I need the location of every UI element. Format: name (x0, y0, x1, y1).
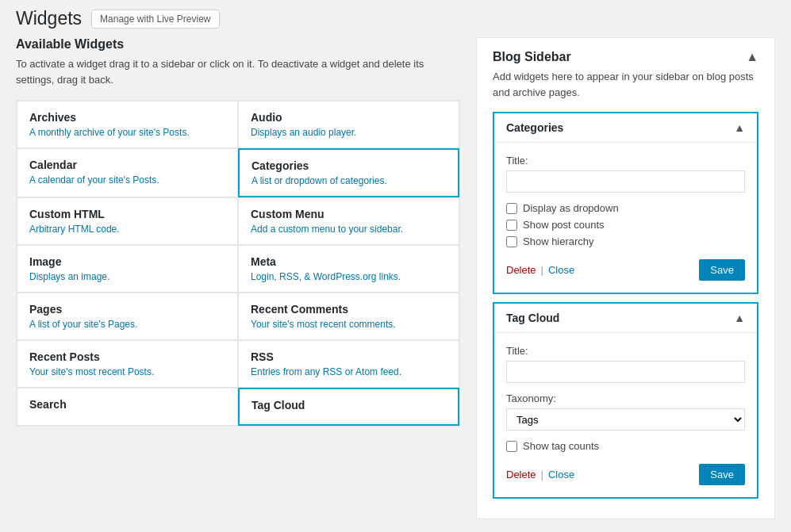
categories-widget-actions: Delete | Close Save (506, 259, 745, 281)
sidebar-collapse-button[interactable]: ▲ (746, 50, 758, 64)
widget-cell-recent-posts[interactable]: Recent PostsYour site's most recent Post… (17, 340, 238, 388)
display-dropdown-checkbox-item[interactable]: Display as dropdown (506, 202, 745, 214)
widget-name-recent-comments: Recent Comments (251, 303, 447, 316)
widget-name-calendar: Calendar (29, 159, 225, 171)
widget-cell-meta[interactable]: MetaLogin, RSS, & WordPress.org links. (238, 245, 459, 293)
widgets-area: Categories ▲ Title: Display as dropdown (493, 112, 758, 507)
widget-desc-pages: A list of your site's Pages. (29, 319, 225, 330)
tag-cloud-separator: | (541, 469, 543, 480)
widget-desc-audio: Displays an audio player. (251, 127, 447, 138)
widget-name-categories: Categories (252, 159, 446, 172)
categories-delete-link[interactable]: Delete (506, 264, 536, 276)
page-title: Widgets (16, 8, 82, 29)
widget-name-meta: Meta (251, 255, 447, 268)
show-hierarchy-label: Show hierarchy (523, 235, 594, 247)
widget-cell-custom-menu[interactable]: Custom MenuAdd a custom menu to your sid… (238, 197, 459, 245)
tag-cloud-action-links: Delete | Close (506, 469, 574, 480)
available-widgets-title: Available Widgets (16, 37, 460, 52)
widget-desc-categories: A list or dropdown of categories. (252, 175, 446, 186)
tag-cloud-widget-body: Title: Taxonomy: TagsCategoriesPost Form… (494, 333, 757, 497)
sidebar-panel-title: Blog Sidebar (493, 50, 571, 64)
widget-cell-tag-cloud[interactable]: Tag Cloud (238, 388, 459, 426)
categories-title-label: Title: (506, 155, 745, 166)
available-widgets-panel: Available Widgets To activate a widget d… (16, 37, 460, 519)
widget-cell-recent-comments[interactable]: Recent CommentsYour site's most recent c… (238, 293, 459, 340)
blog-sidebar-panel: Blog Sidebar ▲ Add widgets here to appea… (476, 37, 775, 519)
categories-title-input[interactable] (506, 170, 745, 193)
show-tag-counts-label: Show tag counts (523, 440, 599, 452)
available-widgets-desc: To activate a widget drag it to a sideba… (16, 56, 460, 87)
widget-cell-pages[interactable]: PagesA list of your site's Pages. (17, 293, 238, 340)
categories-save-button[interactable]: Save (699, 259, 745, 281)
widget-name-custom-html: Custom HTML (29, 208, 225, 220)
widget-name-custom-menu: Custom Menu (251, 208, 447, 220)
categories-widget-title: Categories (506, 121, 563, 134)
categories-widget: Categories ▲ Title: Display as dropdown (493, 112, 758, 294)
widget-cell-categories[interactable]: CategoriesA list or dropdown of categori… (238, 148, 459, 197)
tag-cloud-widget-title: Tag Cloud (506, 312, 559, 324)
widget-desc-archives: A monthly archive of your site's Posts. (29, 127, 225, 138)
widget-cell-calendar[interactable]: CalendarA calendar of your site's Posts. (17, 148, 238, 197)
taxonomy-label: Taxonomy: (506, 392, 745, 404)
tag-cloud-close-link[interactable]: Close (548, 469, 574, 480)
show-hierarchy-checkbox[interactable] (506, 236, 517, 247)
widget-name-pages: Pages (29, 303, 225, 316)
widget-cell-rss[interactable]: RSSEntries from any RSS or Atom feed. (238, 340, 459, 388)
page-header: Widgets Manage with Live Preview (0, 0, 791, 37)
widget-desc-recent-posts: Your site's most recent Posts. (29, 366, 225, 377)
categories-separator: | (541, 264, 543, 276)
main-content: Available Widgets To activate a widget d… (0, 37, 791, 532)
widget-name-tag-cloud: Tag Cloud (252, 399, 446, 411)
tag-cloud-widget: Tag Cloud ▲ Title: Taxonomy: TagsCategor… (493, 302, 758, 499)
tag-cloud-widget-toggle[interactable]: ▲ (734, 312, 745, 324)
widget-cell-custom-html[interactable]: Custom HTMLArbitrary HTML code. (17, 197, 238, 245)
tag-cloud-widget-actions: Delete | Close Save (506, 464, 745, 485)
widget-cell-archives[interactable]: ArchivesA monthly archive of your site's… (17, 101, 238, 148)
categories-close-link[interactable]: Close (548, 264, 574, 276)
widget-desc-image: Displays an image. (29, 271, 225, 282)
show-tag-counts-checkbox-item[interactable]: Show tag counts (506, 440, 745, 452)
widget-name-rss: RSS (251, 350, 447, 363)
tag-cloud-title-input[interactable] (506, 361, 745, 383)
widget-desc-custom-menu: Add a custom menu to your sidebar. (251, 224, 447, 235)
taxonomy-select[interactable]: TagsCategoriesPost Formats (506, 408, 745, 431)
categories-widget-header: Categories ▲ (494, 113, 757, 143)
widget-desc-custom-html: Arbitrary HTML code. (29, 224, 225, 235)
widget-desc-recent-comments: Your site's most recent comments. (251, 319, 447, 330)
widget-name-image: Image (29, 255, 225, 268)
widget-desc-calendar: A calendar of your site's Posts. (29, 174, 225, 186)
categories-widget-toggle[interactable]: ▲ (734, 121, 745, 134)
widget-name-audio: Audio (251, 111, 447, 124)
widget-desc-meta: Login, RSS, & WordPress.org links. (251, 271, 447, 282)
display-dropdown-label: Display as dropdown (523, 202, 619, 214)
show-post-counts-checkbox-item[interactable]: Show post counts (506, 219, 745, 231)
show-tag-counts-checkbox[interactable] (506, 441, 517, 452)
widget-name-archives: Archives (29, 111, 225, 124)
show-post-counts-checkbox[interactable] (506, 220, 517, 231)
tag-cloud-delete-link[interactable]: Delete (506, 469, 536, 480)
tag-cloud-save-button[interactable]: Save (699, 464, 745, 485)
tag-cloud-widget-header: Tag Cloud ▲ (494, 304, 757, 333)
categories-checkbox-group: Display as dropdown Show post counts Sho… (506, 202, 745, 247)
widget-name-recent-posts: Recent Posts (29, 350, 225, 363)
live-preview-button[interactable]: Manage with Live Preview (91, 10, 219, 29)
sidebar-panel: Blog Sidebar ▲ Add widgets here to appea… (476, 37, 775, 519)
widget-cell-audio[interactable]: AudioDisplays an audio player. (238, 101, 459, 148)
sidebar-panel-header: Blog Sidebar ▲ (493, 50, 758, 64)
widget-desc-rss: Entries from any RSS or Atom feed. (251, 366, 447, 377)
tag-cloud-title-label: Title: (506, 345, 745, 357)
show-hierarchy-checkbox-item[interactable]: Show hierarchy (506, 235, 745, 247)
tag-cloud-checkbox-group: Show tag counts (506, 440, 745, 452)
show-post-counts-label: Show post counts (523, 219, 605, 231)
widget-name-search: Search (29, 398, 225, 411)
categories-widget-body: Title: Display as dropdown Show post cou… (494, 143, 757, 293)
widget-cell-search[interactable]: Search (17, 388, 238, 426)
display-dropdown-checkbox[interactable] (506, 203, 517, 214)
categories-action-links: Delete | Close (506, 264, 574, 276)
sidebar-panel-desc: Add widgets here to appear in your sideb… (493, 69, 758, 100)
widget-grid: ArchivesA monthly archive of your site's… (16, 100, 460, 427)
widget-cell-image[interactable]: ImageDisplays an image. (17, 245, 238, 293)
